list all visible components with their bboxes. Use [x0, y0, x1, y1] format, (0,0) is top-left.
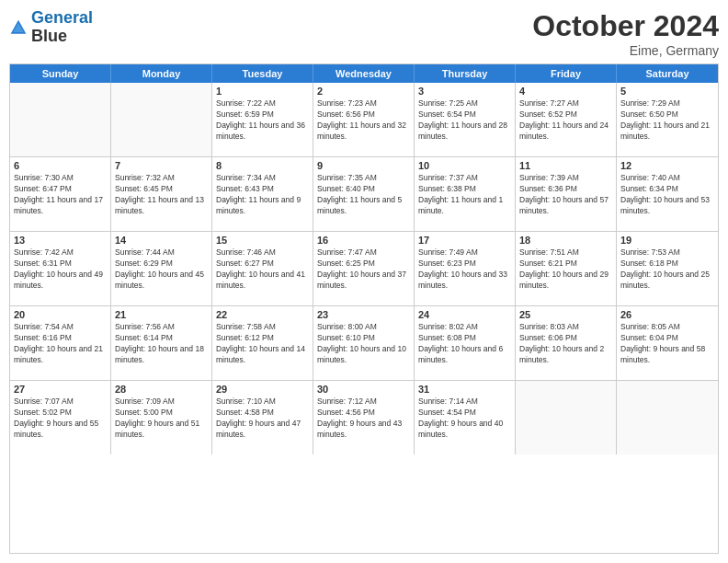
day-number: 23 [317, 309, 410, 320]
day-number: 27 [14, 384, 107, 395]
day-info: Sunrise: 8:03 AM Sunset: 6:06 PM Dayligh… [519, 322, 612, 366]
day-number: 17 [418, 235, 511, 246]
day-number: 28 [115, 384, 208, 395]
calendar-body: 1Sunrise: 7:22 AM Sunset: 6:59 PM Daylig… [10, 83, 718, 454]
day-info: Sunrise: 8:05 AM Sunset: 6:04 PM Dayligh… [620, 322, 714, 366]
cal-cell-2-1: 14Sunrise: 7:44 AM Sunset: 6:29 PM Dayli… [111, 232, 212, 305]
cal-cell-0-3: 2Sunrise: 7:23 AM Sunset: 6:56 PM Daylig… [313, 83, 415, 156]
cal-cell-3-6: 26Sunrise: 8:05 AM Sunset: 6:04 PM Dayli… [617, 306, 718, 380]
day-number: 5 [620, 86, 714, 97]
day-info: Sunrise: 7:53 AM Sunset: 6:18 PM Dayligh… [620, 247, 714, 292]
cal-cell-1-2: 8Sunrise: 7:34 AM Sunset: 6:43 PM Daylig… [212, 157, 313, 231]
cal-cell-1-0: 6Sunrise: 7:30 AM Sunset: 6:47 PM Daylig… [10, 157, 111, 231]
day-info: Sunrise: 7:32 AM Sunset: 6:45 PM Dayligh… [115, 173, 208, 217]
day-number: 14 [115, 235, 208, 246]
cal-cell-3-4: 24Sunrise: 8:02 AM Sunset: 6:08 PM Dayli… [415, 306, 516, 380]
day-info: Sunrise: 7:09 AM Sunset: 5:00 PM Dayligh… [115, 396, 208, 441]
day-info: Sunrise: 7:44 AM Sunset: 6:29 PM Dayligh… [115, 247, 208, 292]
cal-cell-4-4: 31Sunrise: 7:14 AM Sunset: 4:54 PM Dayli… [415, 381, 516, 454]
day-number: 26 [620, 309, 714, 320]
day-number: 22 [216, 309, 309, 320]
cal-cell-4-0: 27Sunrise: 7:07 AM Sunset: 5:02 PM Dayli… [10, 381, 111, 454]
cal-cell-2-0: 13Sunrise: 7:42 AM Sunset: 6:31 PM Dayli… [10, 232, 111, 305]
cal-cell-0-6: 5Sunrise: 7:29 AM Sunset: 6:50 PM Daylig… [617, 83, 718, 156]
day-info: Sunrise: 7:47 AM Sunset: 6:25 PM Dayligh… [317, 247, 410, 292]
logo: General Blue [9, 9, 93, 46]
cal-cell-0-1 [111, 83, 212, 156]
day-info: Sunrise: 7:27 AM Sunset: 6:52 PM Dayligh… [519, 98, 612, 143]
week-row-1: 6Sunrise: 7:30 AM Sunset: 6:47 PM Daylig… [10, 157, 718, 232]
calendar: SundayMondayTuesdayWednesdayThursdayFrid… [9, 63, 719, 554]
week-row-0: 1Sunrise: 7:22 AM Sunset: 6:59 PM Daylig… [10, 83, 718, 157]
day-info: Sunrise: 7:14 AM Sunset: 4:54 PM Dayligh… [418, 396, 511, 441]
header-day-wednesday: Wednesday [313, 64, 415, 83]
day-number: 24 [418, 309, 511, 320]
day-number: 11 [519, 160, 612, 171]
cal-cell-2-2: 15Sunrise: 7:46 AM Sunset: 6:27 PM Dayli… [212, 232, 313, 305]
day-info: Sunrise: 7:58 AM Sunset: 6:12 PM Dayligh… [216, 322, 309, 366]
day-number: 1 [216, 86, 309, 97]
calendar-header: SundayMondayTuesdayWednesdayThursdayFrid… [10, 64, 718, 83]
day-info: Sunrise: 7:34 AM Sunset: 6:43 PM Dayligh… [216, 173, 309, 217]
day-info: Sunrise: 7:40 AM Sunset: 6:34 PM Dayligh… [620, 173, 714, 217]
cal-cell-4-2: 29Sunrise: 7:10 AM Sunset: 4:58 PM Dayli… [212, 381, 313, 454]
cal-cell-3-3: 23Sunrise: 8:00 AM Sunset: 6:10 PM Dayli… [313, 306, 415, 380]
cal-cell-1-3: 9Sunrise: 7:35 AM Sunset: 6:40 PM Daylig… [313, 157, 415, 231]
day-info: Sunrise: 7:23 AM Sunset: 6:56 PM Dayligh… [317, 98, 410, 143]
week-row-3: 20Sunrise: 7:54 AM Sunset: 6:16 PM Dayli… [10, 306, 718, 381]
logo-line2: Blue [31, 28, 93, 46]
header-day-thursday: Thursday [415, 64, 516, 83]
day-number: 7 [115, 160, 208, 171]
day-number: 19 [620, 235, 714, 246]
day-number: 20 [14, 309, 107, 320]
week-row-2: 13Sunrise: 7:42 AM Sunset: 6:31 PM Dayli… [10, 232, 718, 306]
header-day-saturday: Saturday [617, 64, 718, 83]
day-number: 9 [317, 160, 410, 171]
day-number: 21 [115, 309, 208, 320]
cal-cell-3-2: 22Sunrise: 7:58 AM Sunset: 6:12 PM Dayli… [212, 306, 313, 380]
subtitle: Eime, Germany [532, 43, 719, 58]
header: General Blue October 2024 Eime, Germany [9, 9, 719, 58]
day-number: 3 [418, 86, 511, 97]
cal-cell-4-3: 30Sunrise: 7:12 AM Sunset: 4:56 PM Dayli… [313, 381, 415, 454]
header-day-monday: Monday [111, 64, 212, 83]
cal-cell-3-5: 25Sunrise: 8:03 AM Sunset: 6:06 PM Dayli… [516, 306, 617, 380]
day-info: Sunrise: 7:25 AM Sunset: 6:54 PM Dayligh… [418, 98, 511, 143]
cal-cell-3-1: 21Sunrise: 7:56 AM Sunset: 6:14 PM Dayli… [111, 306, 212, 380]
day-number: 8 [216, 160, 309, 171]
cal-cell-2-6: 19Sunrise: 7:53 AM Sunset: 6:18 PM Dayli… [617, 232, 718, 305]
day-info: Sunrise: 7:37 AM Sunset: 6:38 PM Dayligh… [418, 173, 511, 217]
cal-cell-2-5: 18Sunrise: 7:51 AM Sunset: 6:21 PM Dayli… [516, 232, 617, 305]
cal-cell-0-0 [10, 83, 111, 156]
day-number: 6 [14, 160, 107, 171]
header-day-tuesday: Tuesday [212, 64, 313, 83]
cal-cell-0-4: 3Sunrise: 7:25 AM Sunset: 6:54 PM Daylig… [415, 83, 516, 156]
day-info: Sunrise: 7:51 AM Sunset: 6:21 PM Dayligh… [519, 247, 612, 292]
day-number: 2 [317, 86, 410, 97]
cal-cell-3-0: 20Sunrise: 7:54 AM Sunset: 6:16 PM Dayli… [10, 306, 111, 380]
day-number: 12 [620, 160, 714, 171]
day-info: Sunrise: 7:46 AM Sunset: 6:27 PM Dayligh… [216, 247, 309, 292]
day-info: Sunrise: 7:42 AM Sunset: 6:31 PM Dayligh… [14, 247, 107, 292]
day-info: Sunrise: 7:49 AM Sunset: 6:23 PM Dayligh… [418, 247, 511, 292]
day-number: 18 [519, 235, 612, 246]
day-info: Sunrise: 7:54 AM Sunset: 6:16 PM Dayligh… [14, 322, 107, 366]
day-number: 30 [317, 384, 410, 395]
day-info: Sunrise: 7:30 AM Sunset: 6:47 PM Dayligh… [14, 173, 107, 217]
day-info: Sunrise: 7:29 AM Sunset: 6:50 PM Dayligh… [620, 98, 714, 143]
day-number: 31 [418, 384, 511, 395]
cal-cell-4-1: 28Sunrise: 7:09 AM Sunset: 5:00 PM Dayli… [111, 381, 212, 454]
main-title: October 2024 [532, 9, 719, 43]
cal-cell-4-6 [617, 381, 718, 454]
day-number: 16 [317, 235, 410, 246]
cal-cell-2-4: 17Sunrise: 7:49 AM Sunset: 6:23 PM Dayli… [415, 232, 516, 305]
day-info: Sunrise: 7:22 AM Sunset: 6:59 PM Dayligh… [216, 98, 309, 143]
header-day-friday: Friday [516, 64, 617, 83]
day-info: Sunrise: 7:35 AM Sunset: 6:40 PM Dayligh… [317, 173, 410, 217]
cal-cell-2-3: 16Sunrise: 7:47 AM Sunset: 6:25 PM Dayli… [313, 232, 415, 305]
page: General Blue October 2024 Eime, Germany … [0, 0, 728, 563]
day-number: 10 [418, 160, 511, 171]
logo-text: General Blue [31, 9, 93, 46]
cal-cell-1-5: 11Sunrise: 7:39 AM Sunset: 6:36 PM Dayli… [516, 157, 617, 231]
day-info: Sunrise: 7:39 AM Sunset: 6:36 PM Dayligh… [519, 173, 612, 217]
